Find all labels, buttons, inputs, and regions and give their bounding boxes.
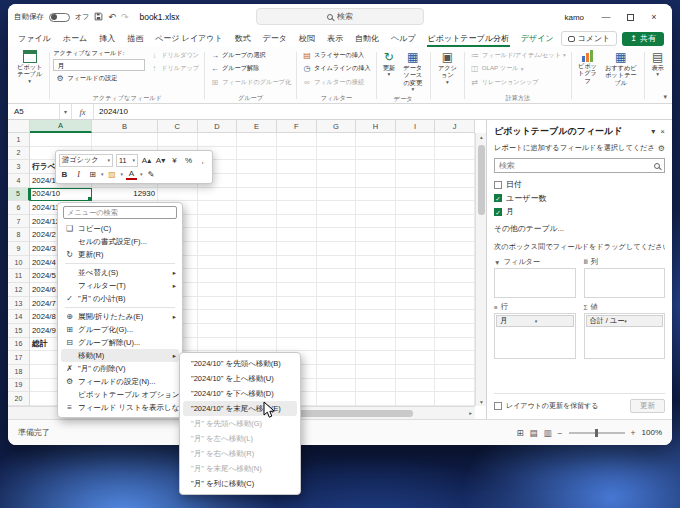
move-submenu-item-4[interactable]: "月" を先頭へ移動(G) [183, 416, 297, 431]
tab-ホーム[interactable]: ホーム [57, 30, 93, 47]
row-header-3[interactable]: 3 [8, 160, 30, 174]
cell-J16[interactable] [435, 338, 475, 352]
cell-F2[interactable] [277, 147, 317, 161]
menu-item-9[interactable]: ⊞グループ化(G)... [61, 323, 179, 336]
cell-H20[interactable] [356, 392, 396, 406]
cell-H2[interactable] [356, 147, 396, 161]
column-header-A[interactable]: A [30, 120, 92, 133]
cell-I8[interactable] [396, 228, 436, 242]
menu-item-2[interactable]: ↻更新(R) [61, 248, 179, 261]
cell-I2[interactable] [396, 147, 436, 161]
fx-icon[interactable]: fx [72, 104, 94, 119]
move-submenu-item-3[interactable]: "2024/10" を末尾へ移動(E) [183, 401, 297, 416]
cell-I17[interactable] [396, 351, 436, 365]
chip-dropdown-icon[interactable]: ▾ [624, 318, 659, 324]
formula-input[interactable]: 2024/10 [94, 104, 672, 119]
cell-G15[interactable] [317, 324, 357, 338]
cell-E3[interactable] [237, 160, 277, 174]
drill-up-button[interactable]: ↑ ドリルアップ [147, 63, 201, 76]
cell-I12[interactable] [396, 283, 436, 297]
menu-item-13[interactable]: ⚙フィールドの設定(N)... [61, 375, 179, 388]
cell-H15[interactable] [356, 324, 396, 338]
menu-item-6[interactable]: ✓"月" の小計(B) [61, 292, 179, 305]
insert-slicer-button[interactable]: ▤ スライサーの挿入 [300, 49, 366, 62]
more-tables-link[interactable]: その他のテーブル... [494, 223, 665, 234]
cell-H12[interactable] [356, 283, 396, 297]
cell-E14[interactable] [237, 310, 277, 324]
column-header-E[interactable]: E [237, 120, 277, 133]
menu-item-1[interactable]: セルの書式設定(F)... [61, 235, 179, 248]
cell-G10[interactable] [317, 256, 357, 270]
pivottable-button[interactable]: ピボットテーブル ▾ [13, 49, 46, 85]
cell-D1[interactable] [198, 133, 238, 147]
pane-close-icon[interactable]: × [660, 127, 665, 136]
share-button[interactable]: ↥ 共有 [622, 32, 664, 46]
cell-F7[interactable] [277, 215, 317, 229]
select-all-corner[interactable] [8, 120, 30, 133]
font-size-select[interactable]: 11▾ [116, 154, 138, 167]
cell-G1[interactable] [317, 133, 357, 147]
cell-E15[interactable] [237, 324, 277, 338]
cell-H9[interactable] [356, 242, 396, 256]
cell-F11[interactable] [277, 269, 317, 283]
cell-H5[interactable] [356, 188, 396, 202]
column-header-G[interactable]: G [317, 120, 357, 133]
cell-H6[interactable] [356, 201, 396, 215]
cell-J3[interactable] [435, 160, 475, 174]
recommended-pivottables-button[interactable]: ▦ おすすめピボットテーブル [600, 49, 641, 87]
row-header-13[interactable]: 13 [8, 297, 30, 311]
cell-I7[interactable] [396, 215, 436, 229]
tab-ピボットテーブル分析[interactable]: ピボットテーブル分析 [422, 30, 515, 47]
menu-item-8[interactable]: ⊕展開/折りたたみ(E)▸ [61, 310, 179, 323]
row-header-16[interactable]: 16 [8, 338, 30, 352]
cell-I1[interactable] [396, 133, 436, 147]
defer-layout-checkbox[interactable] [494, 402, 502, 410]
zoom-slider[interactable] [569, 432, 625, 434]
format-painter-icon[interactable]: ✎ [146, 168, 157, 181]
row-header-19[interactable]: 19 [8, 379, 30, 393]
cell-J10[interactable] [435, 256, 475, 270]
cell-E9[interactable] [237, 242, 277, 256]
move-submenu-item-1[interactable]: "2024/10" を上へ移動(U) [183, 371, 297, 386]
cell-G5[interactable] [317, 188, 357, 202]
field-settings-button[interactable]: ⚙ フィールドの設定 [53, 72, 145, 85]
row-header-20[interactable]: 20 [8, 392, 30, 406]
cell-I13[interactable] [396, 297, 436, 311]
cell-F10[interactable] [277, 256, 317, 270]
row-header-14[interactable]: 14 [8, 310, 30, 324]
cell-G14[interactable] [317, 310, 357, 324]
menu-item-11[interactable]: 移動(M)▸ [61, 349, 179, 362]
area-chip-合計 / ユーザー数[interactable]: 合計 / ユーザー数▾ [586, 315, 664, 327]
group-selection-button[interactable]: → グループの選択 [208, 49, 268, 62]
active-field-input[interactable]: 月 [53, 59, 145, 71]
chip-dropdown-icon[interactable]: ▾ [535, 318, 570, 324]
cell-I14[interactable] [396, 310, 436, 324]
cell-D5[interactable] [198, 188, 238, 202]
cell-H8[interactable] [356, 228, 396, 242]
refresh-button[interactable]: ↻ 更新 ▾ [379, 49, 398, 79]
tab-校閲[interactable]: 校閲 [293, 30, 321, 47]
cell-I19[interactable] [396, 379, 436, 393]
row-header-4[interactable]: 4 [8, 174, 30, 188]
cell-G20[interactable] [317, 392, 357, 406]
cell-D15[interactable] [198, 324, 238, 338]
checkbox-日付[interactable] [494, 181, 502, 189]
row-header-6[interactable]: 6 [8, 201, 30, 215]
column-header-B[interactable]: B [92, 120, 158, 133]
cell-J11[interactable] [435, 269, 475, 283]
zoom-knob[interactable] [595, 429, 598, 437]
cell-G8[interactable] [317, 228, 357, 242]
cell-G6[interactable] [317, 201, 357, 215]
cell-J14[interactable] [435, 310, 475, 324]
cell-F16[interactable] [277, 338, 317, 352]
field-item-日付[interactable]: 日付 [494, 178, 665, 192]
tab-ファイル[interactable]: ファイル [12, 30, 57, 47]
horizontal-scroll-thumb[interactable] [285, 410, 413, 417]
relationships-button[interactable]: ⇄ リレーションシップ [468, 76, 541, 89]
font-color-icon[interactable]: A [126, 168, 137, 180]
move-submenu-item-2[interactable]: "2024/10" を下へ移動(D) [183, 386, 297, 401]
cell-J20[interactable] [435, 392, 475, 406]
filters-area-box[interactable] [494, 268, 576, 298]
cell-D11[interactable] [198, 269, 238, 283]
cell-G18[interactable] [317, 365, 357, 379]
